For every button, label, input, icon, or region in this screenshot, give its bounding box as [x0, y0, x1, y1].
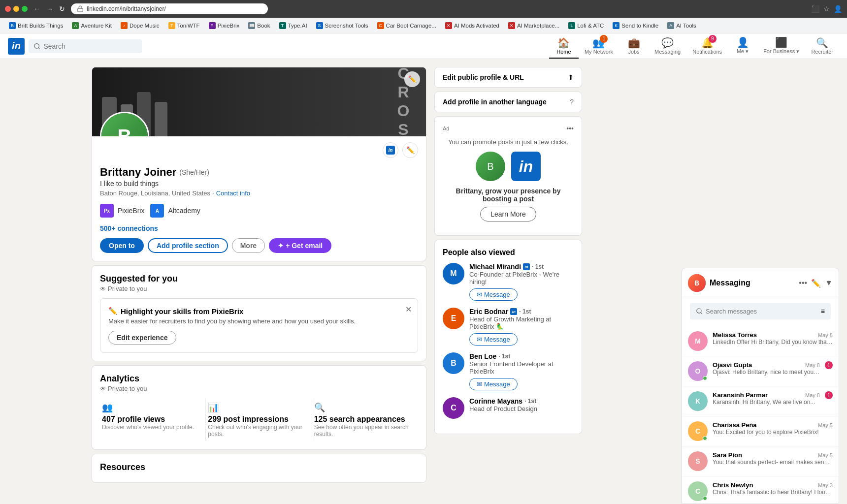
bookmark-carboot[interactable]: C Car Boot Carnage... — [373, 21, 440, 31]
nav-network[interactable]: 👥 1 My Network — [579, 34, 619, 59]
add-profile-language-card: Add profile in another language ? — [434, 92, 582, 112]
open-to-button[interactable]: Open to — [100, 238, 144, 253]
conversation-karansinh-parmar[interactable]: K Karansinh Parmar May 8 Karansinh: Hi B… — [682, 386, 839, 416]
address-bar[interactable]: linkedin.com/in/brittanysjoiner/ — [71, 3, 268, 14]
conversation-content: Chris Newlyn May 3 Chris: That's fantast… — [713, 481, 833, 495]
conversation-date: May 5 — [818, 422, 833, 428]
edit-profile-button[interactable]: ✏️ — [402, 142, 418, 158]
edit-experience-button[interactable]: Edit experience — [108, 331, 176, 345]
conversation-ojasvi-gupta[interactable]: O Ojasvi Gupta May 8 Ojasvi: Hello Britt… — [682, 356, 839, 386]
bookmark-aitools[interactable]: A AI Tools — [663, 21, 700, 31]
search-messages-input[interactable] — [706, 308, 818, 315]
eye-icon: 👁 — [100, 285, 106, 292]
svg-line-2 — [38, 47, 40, 49]
minimize-window-button[interactable] — [13, 6, 19, 12]
message-ben-button[interactable]: ✉ Message — [469, 378, 518, 390]
suggestion-close-button[interactable]: ✕ — [405, 305, 412, 314]
close-window-button[interactable] — [5, 6, 11, 12]
people-title: People also viewed — [443, 248, 515, 257]
message-name-row: Charissa Peña May 5 — [713, 421, 833, 429]
message-michael-button[interactable]: ✉ Message — [469, 288, 518, 301]
maximize-window-button[interactable] — [22, 6, 28, 12]
analytics-profile-views[interactable]: 👥 407 profile views Discover who's viewe… — [100, 398, 206, 441]
messaging-search[interactable]: ≡ — [690, 303, 831, 319]
bookmark-typeai[interactable]: T Type.AI — [275, 21, 311, 31]
bookmark-britt-builds[interactable]: B Britt Builds Things — [5, 21, 67, 31]
message-name-row: Ojasvi Gupta May 8 — [713, 361, 820, 369]
bookmark-aimarketplace[interactable]: ✕ AI Marketplace... — [504, 21, 563, 31]
analytics-post-impressions[interactable]: 📊 299 post impressions Check out who's e… — [206, 398, 312, 441]
bookmark-star-icon[interactable]: ☆ — [823, 5, 830, 13]
search-bar[interactable] — [29, 39, 142, 53]
bookmark-aimods[interactable]: ✕ AI Mods Activated — [441, 21, 503, 31]
browser-extension-icons: ⬛ ☆ 👤 — [811, 5, 842, 13]
conversation-chris-newlyn[interactable]: C Chris Newlyn May 3 Chris: That's fanta… — [682, 476, 839, 495]
contact-info-link[interactable]: Contact info — [216, 189, 250, 197]
back-arrow[interactable]: ← — [32, 4, 42, 14]
pixiebrix-name[interactable]: PixieBrix — [118, 207, 144, 215]
conversation-melissa-torres[interactable]: M Melissa Torres May 8 LinkedIn Offer Hi… — [682, 326, 839, 356]
bookmark-icon: ✕ — [445, 22, 452, 29]
extensions-icon[interactable]: ⬛ — [811, 5, 819, 13]
bookmark-screenshot[interactable]: S Screenshot Tools — [312, 21, 372, 31]
messaging-list: M Melissa Torres May 8 LinkedIn Offer Hi… — [682, 326, 839, 495]
nav-jobs[interactable]: 💼 Jobs — [619, 34, 649, 59]
linkedin-logo[interactable]: in — [8, 38, 25, 55]
bookmark-pixiebrix[interactable]: P PixieBrix — [205, 21, 244, 31]
nav-messaging[interactable]: 💬 Messaging — [649, 34, 686, 59]
profile-name: Brittany Joiner (She/Her) — [100, 166, 418, 179]
altcademy-name[interactable]: Altcademy — [168, 207, 200, 215]
bookmark-icon: C — [377, 22, 384, 29]
refresh-button[interactable]: ↻ — [57, 4, 67, 14]
li-badge: in — [523, 263, 530, 270]
add-profile-section-button[interactable]: Add profile section — [148, 238, 228, 253]
ad-label: Ad — [443, 126, 449, 131]
ad-more-button[interactable]: ••• — [566, 125, 574, 132]
nav-notifications[interactable]: 🔔 9 Notifications — [686, 34, 728, 59]
pixiebrix-logo[interactable]: Px — [100, 204, 114, 218]
bookmark-toniwtf[interactable]: T ToniWTF — [164, 21, 204, 31]
svg-rect-0 — [78, 8, 83, 11]
altcademy-logo[interactable]: A — [150, 204, 164, 218]
bookmark-dope-music[interactable]: ♪ Dope Music — [117, 21, 163, 31]
edit-cover-button[interactable]: ✏️ — [404, 71, 420, 87]
more-button[interactable]: More — [232, 238, 265, 253]
message-eric-button[interactable]: ✉ Message — [469, 333, 518, 346]
add-language-help-icon[interactable]: ? — [570, 98, 574, 106]
search-icon — [33, 42, 40, 50]
nav-home[interactable]: 🏠 Home — [549, 34, 579, 59]
conversation-preview: Ojasvi: Hello Brittany, nice to meet you… — [713, 369, 820, 376]
right-sidebar: Edit public profile & URL ⬆ Add profile … — [434, 67, 582, 487]
nav-for-business[interactable]: ⬛ For Business ▾ — [757, 33, 805, 59]
connections-link[interactable]: 500+ connections — [100, 224, 418, 232]
profile-views-icon: 👥 — [102, 402, 197, 413]
edit-profile-chevron[interactable]: ⬆ — [568, 73, 574, 81]
bookmark-icon: T — [168, 22, 175, 29]
conversation-sara-pion[interactable]: S Sara Pion May 5 You: that sounds perfe… — [682, 446, 839, 476]
message-icon: ✉ — [477, 336, 482, 343]
filter-icon[interactable]: ≡ — [821, 307, 825, 315]
search-input[interactable] — [43, 42, 137, 50]
forward-arrow[interactable]: → — [44, 4, 55, 14]
compose-message-button[interactable]: ✏️ — [811, 279, 821, 288]
nav-recruiter[interactable]: 🔍 Recruiter — [805, 34, 839, 59]
person-avatar: C — [443, 397, 464, 419]
profile-info: in ✏️ Brittany Joiner (She/Her) I like t… — [92, 136, 426, 261]
bookmark-book[interactable]: 📖 Book — [244, 21, 274, 31]
conversation-charissa-pena[interactable]: C Charissa Peña May 5 You: Excited for y… — [682, 416, 839, 446]
messaging-more-button[interactable]: ••• — [799, 279, 807, 288]
get-email-button[interactable]: ✦ + Get email — [269, 238, 331, 253]
bookmark-lofi[interactable]: L Lofi & ATC — [564, 21, 608, 31]
nav-me[interactable]: 👤 Me ▾ — [728, 33, 757, 59]
bookmark-kindle[interactable]: K Send to Kindle — [609, 21, 662, 31]
linkedin-share-button[interactable]: in — [383, 142, 398, 158]
analytics-search-appearances[interactable]: 🔍 125 search appearances See how often y… — [312, 398, 418, 441]
conversation-content: Karansinh Parmar May 8 Karansinh: Hi Bri… — [713, 391, 820, 406]
learn-more-button[interactable]: Learn More — [480, 207, 536, 221]
profile-icon[interactable]: 👤 — [834, 5, 842, 13]
collapse-messaging-button[interactable]: ▼ — [825, 279, 833, 288]
conversation-date: May 8 — [805, 392, 820, 398]
person-info: Michael Mirandi in · 1st Co-Founder at P… — [469, 263, 574, 301]
bookmark-aventure[interactable]: A Aventure Kit — [68, 21, 115, 31]
post-impressions-desc: Check out who's engaging with your posts… — [208, 424, 303, 438]
